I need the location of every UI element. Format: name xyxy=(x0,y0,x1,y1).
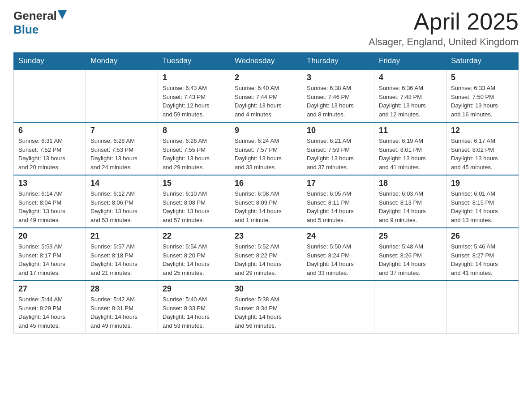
day-info: Sunrise: 5:46 AM Sunset: 8:27 PM Dayligh… xyxy=(451,242,514,277)
weekday-header-saturday: Saturday xyxy=(446,53,519,70)
calendar-cell: 15Sunrise: 6:10 AM Sunset: 8:08 PM Dayli… xyxy=(158,175,230,228)
day-info: Sunrise: 5:44 AM Sunset: 8:29 PM Dayligh… xyxy=(18,295,81,330)
day-number: 7 xyxy=(90,126,153,135)
day-number: 11 xyxy=(379,126,442,135)
weekday-header-tuesday: Tuesday xyxy=(158,53,230,70)
weekday-header-monday: Monday xyxy=(86,53,158,70)
day-number: 20 xyxy=(18,231,81,241)
calendar-cell: 26Sunrise: 5:46 AM Sunset: 8:27 PM Dayli… xyxy=(446,228,519,281)
calendar-body: 1Sunrise: 6:43 AM Sunset: 7:43 PM Daylig… xyxy=(14,69,519,334)
location-text: Alsager, England, United Kingdom xyxy=(369,36,519,48)
day-info: Sunrise: 6:26 AM Sunset: 7:55 PM Dayligh… xyxy=(163,137,225,171)
day-number: 19 xyxy=(451,179,514,188)
day-number: 27 xyxy=(18,284,81,294)
calendar-cell: 12Sunrise: 6:17 AM Sunset: 8:02 PM Dayli… xyxy=(446,122,519,175)
day-info: Sunrise: 6:08 AM Sunset: 8:09 PM Dayligh… xyxy=(235,189,297,224)
day-info: Sunrise: 6:14 AM Sunset: 8:04 PM Dayligh… xyxy=(18,189,81,224)
svg-marker-0 xyxy=(58,10,67,19)
day-number: 3 xyxy=(307,73,369,82)
day-number: 28 xyxy=(90,284,153,294)
day-info: Sunrise: 6:33 AM Sunset: 7:50 PM Dayligh… xyxy=(451,84,514,119)
calendar-cell: 21Sunrise: 5:57 AM Sunset: 8:18 PM Dayli… xyxy=(86,228,158,281)
day-number: 24 xyxy=(307,231,369,241)
day-info: Sunrise: 5:54 AM Sunset: 8:20 PM Dayligh… xyxy=(163,242,225,277)
calendar-cell: 28Sunrise: 5:42 AM Sunset: 8:31 PM Dayli… xyxy=(86,281,158,334)
logo-arrow-icon xyxy=(58,10,67,23)
calendar-cell: 22Sunrise: 5:54 AM Sunset: 8:20 PM Dayli… xyxy=(158,228,230,281)
calendar-cell: 2Sunrise: 6:40 AM Sunset: 7:44 PM Daylig… xyxy=(230,69,302,122)
calendar-cell: 25Sunrise: 5:48 AM Sunset: 8:26 PM Dayli… xyxy=(374,228,446,281)
calendar-cell: 7Sunrise: 6:28 AM Sunset: 7:53 PM Daylig… xyxy=(86,122,158,175)
logo-general-text: General xyxy=(13,9,57,23)
day-number: 4 xyxy=(379,73,442,82)
day-number: 17 xyxy=(307,179,369,188)
day-number: 25 xyxy=(379,231,442,241)
calendar-cell: 14Sunrise: 6:12 AM Sunset: 8:06 PM Dayli… xyxy=(86,175,158,228)
calendar-cell: 30Sunrise: 5:38 AM Sunset: 8:34 PM Dayli… xyxy=(230,281,302,334)
calendar-week-1: 1Sunrise: 6:43 AM Sunset: 7:43 PM Daylig… xyxy=(14,69,519,122)
day-info: Sunrise: 5:59 AM Sunset: 8:17 PM Dayligh… xyxy=(18,242,81,277)
calendar-week-3: 13Sunrise: 6:14 AM Sunset: 8:04 PM Dayli… xyxy=(14,175,519,228)
logo-blue-text: Blue xyxy=(13,23,39,36)
day-info: Sunrise: 5:57 AM Sunset: 8:18 PM Dayligh… xyxy=(90,242,153,277)
day-number: 22 xyxy=(163,231,225,241)
calendar-week-2: 6Sunrise: 6:31 AM Sunset: 7:52 PM Daylig… xyxy=(14,122,519,175)
day-number: 18 xyxy=(379,179,442,188)
day-info: Sunrise: 6:24 AM Sunset: 7:57 PM Dayligh… xyxy=(235,137,297,171)
calendar-cell xyxy=(446,281,519,334)
day-number: 12 xyxy=(451,126,514,135)
day-info: Sunrise: 6:43 AM Sunset: 7:43 PM Dayligh… xyxy=(163,84,225,119)
calendar-cell: 8Sunrise: 6:26 AM Sunset: 7:55 PM Daylig… xyxy=(158,122,230,175)
day-info: Sunrise: 5:42 AM Sunset: 8:31 PM Dayligh… xyxy=(90,295,153,330)
weekday-header-thursday: Thursday xyxy=(302,53,374,70)
calendar-cell xyxy=(302,281,374,334)
day-info: Sunrise: 6:28 AM Sunset: 7:53 PM Dayligh… xyxy=(90,137,153,171)
calendar-cell: 4Sunrise: 6:36 AM Sunset: 7:48 PM Daylig… xyxy=(374,69,446,122)
calendar-cell: 27Sunrise: 5:44 AM Sunset: 8:29 PM Dayli… xyxy=(14,281,86,334)
title-section: April 2025 Alsager, England, United King… xyxy=(369,9,519,48)
day-info: Sunrise: 6:12 AM Sunset: 8:06 PM Dayligh… xyxy=(90,189,153,224)
calendar-cell: 5Sunrise: 6:33 AM Sunset: 7:50 PM Daylig… xyxy=(446,69,519,122)
logo: General Blue xyxy=(13,9,67,37)
day-number: 30 xyxy=(235,284,297,294)
calendar-table: SundayMondayTuesdayWednesdayThursdayFrid… xyxy=(13,52,519,334)
day-info: Sunrise: 6:21 AM Sunset: 7:59 PM Dayligh… xyxy=(307,137,369,171)
calendar-cell: 18Sunrise: 6:03 AM Sunset: 8:13 PM Dayli… xyxy=(374,175,446,228)
day-info: Sunrise: 5:52 AM Sunset: 8:22 PM Dayligh… xyxy=(235,242,297,277)
weekday-header-row: SundayMondayTuesdayWednesdayThursdayFrid… xyxy=(14,53,519,70)
day-number: 21 xyxy=(90,231,153,241)
calendar-week-4: 20Sunrise: 5:59 AM Sunset: 8:17 PM Dayli… xyxy=(14,228,519,281)
day-info: Sunrise: 6:36 AM Sunset: 7:48 PM Dayligh… xyxy=(379,84,442,119)
weekday-header-wednesday: Wednesday xyxy=(230,53,302,70)
calendar-cell: 10Sunrise: 6:21 AM Sunset: 7:59 PM Dayli… xyxy=(302,122,374,175)
day-number: 6 xyxy=(18,126,81,135)
calendar-cell: 20Sunrise: 5:59 AM Sunset: 8:17 PM Dayli… xyxy=(14,228,86,281)
calendar-cell: 3Sunrise: 6:38 AM Sunset: 7:46 PM Daylig… xyxy=(302,69,374,122)
day-info: Sunrise: 6:19 AM Sunset: 8:01 PM Dayligh… xyxy=(379,137,442,171)
day-info: Sunrise: 6:03 AM Sunset: 8:13 PM Dayligh… xyxy=(379,189,442,224)
calendar-week-5: 27Sunrise: 5:44 AM Sunset: 8:29 PM Dayli… xyxy=(14,281,519,334)
day-info: Sunrise: 5:40 AM Sunset: 8:33 PM Dayligh… xyxy=(163,295,225,330)
calendar-cell: 11Sunrise: 6:19 AM Sunset: 8:01 PM Dayli… xyxy=(374,122,446,175)
month-title: April 2025 xyxy=(369,9,519,34)
day-number: 14 xyxy=(90,179,153,188)
day-number: 29 xyxy=(163,284,225,294)
calendar-cell xyxy=(86,69,158,122)
calendar-header: SundayMondayTuesdayWednesdayThursdayFrid… xyxy=(14,53,519,70)
day-info: Sunrise: 6:17 AM Sunset: 8:02 PM Dayligh… xyxy=(451,137,514,171)
day-number: 16 xyxy=(235,179,297,188)
calendar-cell: 19Sunrise: 6:01 AM Sunset: 8:15 PM Dayli… xyxy=(446,175,519,228)
calendar-cell xyxy=(374,281,446,334)
day-number: 5 xyxy=(451,73,514,82)
calendar-cell: 1Sunrise: 6:43 AM Sunset: 7:43 PM Daylig… xyxy=(158,69,230,122)
day-number: 13 xyxy=(18,179,81,188)
day-number: 9 xyxy=(235,126,297,135)
calendar-cell: 29Sunrise: 5:40 AM Sunset: 8:33 PM Dayli… xyxy=(158,281,230,334)
day-number: 15 xyxy=(163,179,225,188)
day-info: Sunrise: 6:05 AM Sunset: 8:11 PM Dayligh… xyxy=(307,189,369,224)
calendar-cell: 9Sunrise: 6:24 AM Sunset: 7:57 PM Daylig… xyxy=(230,122,302,175)
day-number: 8 xyxy=(163,126,225,135)
day-info: Sunrise: 6:31 AM Sunset: 7:52 PM Dayligh… xyxy=(18,137,81,171)
day-info: Sunrise: 6:10 AM Sunset: 8:08 PM Dayligh… xyxy=(163,189,225,224)
day-number: 2 xyxy=(235,73,297,82)
